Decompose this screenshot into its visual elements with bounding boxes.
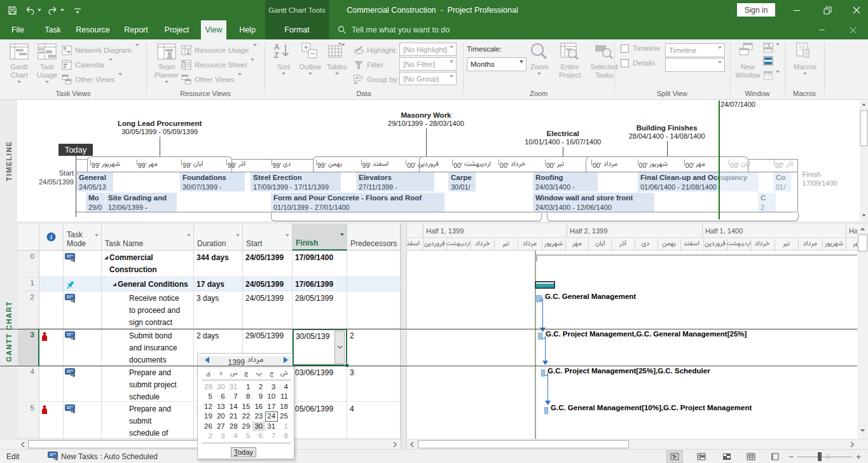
info-cell[interactable] [39,251,64,277]
calendar-day[interactable]: 18 [278,402,291,411]
calendar-day[interactable]: 6 [215,392,228,401]
task-bar[interactable] [544,407,548,415]
task-bar[interactable] [538,333,543,340]
new-tasks-indicator[interactable]: New Tasks : Auto Scheduled [61,452,158,461]
other-resource-views-button[interactable]: Other Views [181,73,242,86]
task-mode-cell[interactable] [64,251,102,277]
row-number[interactable]: 2 [18,291,39,329]
macros-button[interactable]: Macros [791,41,819,91]
timeline-view-dropdown[interactable]: Timeline [665,43,725,57]
predecessors-cell[interactable] [347,251,401,277]
row-number[interactable]: 4 [18,366,39,402]
zoom-out-button[interactable]: − [789,452,794,462]
calendar-day[interactable]: 28 [228,422,240,431]
calendar-day[interactable]: 6 [252,431,265,441]
redo-dropdown-icon[interactable] [60,9,64,11]
task-name-cell[interactable]: Prepare and submit schedule of [102,402,194,439]
calendar-day[interactable]: 31 [228,382,240,392]
split-view-icon[interactable] [763,56,773,66]
info-cell[interactable] [39,291,64,329]
task-mode-column-header[interactable]: TaskMode [64,224,102,251]
entire-project-button[interactable]: EntireProject [556,41,584,91]
calendar-day[interactable]: 13 [215,402,228,411]
finish-column-header[interactable]: Finish [293,224,347,251]
resource-usage-button[interactable]: Resource Usage [181,43,257,57]
calendar-day[interactable]: 19 [202,411,215,421]
start-column-header[interactable]: Start [243,224,293,251]
start-cell[interactable]: 24/05/1399 [243,251,293,277]
gantt-vertical-scrollbar[interactable] [857,224,868,439]
tab-report[interactable]: Report [121,20,151,39]
calendar-day[interactable]: 11 [278,392,291,401]
finish-cell[interactable]: 03/06/1399 [293,366,347,402]
calendar-button[interactable]: Calendar [62,58,113,72]
info-column-header[interactable]: i [39,224,64,251]
network-diagram-button[interactable]: Network Diagram [62,43,139,57]
calendar-day[interactable]: 5 [240,431,253,441]
info-cell[interactable] [39,329,64,366]
duration-cell[interactable]: 3 days [194,291,243,329]
calendar-day[interactable]: 31 [265,422,278,431]
doc-minimize-icon[interactable] [817,25,827,35]
task-name-cell[interactable]: Submit bond and insurance documents [102,329,194,366]
predecessors-cell[interactable]: 4 [347,402,401,439]
task-usage-button[interactable]: TaskUsage [33,41,61,91]
calendar-day[interactable]: 2 [252,382,265,392]
tab-format[interactable]: Format [271,20,323,39]
tab-view[interactable]: View [201,20,226,39]
tab-file[interactable]: File [6,20,29,39]
gantt-hscroll-right[interactable] [847,439,857,450]
task-mode-cell[interactable] [64,329,102,366]
table-hscroll-thumb[interactable] [28,440,201,448]
calendar-day[interactable]: 20 [215,411,228,421]
details-view-dropdown[interactable] [665,58,725,72]
task-name-column-header[interactable]: Task Name [102,224,194,251]
expand-triangle-icon[interactable] [104,255,109,260]
arrange-all-icon[interactable] [763,43,773,53]
undo-dropdown-icon[interactable] [38,9,41,11]
gantt-hscroll-left[interactable] [407,439,417,450]
calendar-day[interactable]: 12 [202,402,215,411]
highlight-dropdown[interactable]: [No Highlight] [399,43,457,56]
today-button[interactable]: Today [231,447,256,457]
finish-cell[interactable]: 05/06/1399 [293,402,347,439]
redo-icon[interactable] [48,6,58,15]
calendar-day[interactable]: 3 [215,431,228,441]
calendar-day[interactable]: 25 [278,411,291,421]
team-planner-button[interactable]: TeamPlanner [153,41,181,91]
calendar-day[interactable]: 2 [202,431,215,441]
report-view-button[interactable] [767,450,783,463]
row-number[interactable]: 1 [18,277,39,291]
team-planner-view-button[interactable] [719,450,735,463]
task-name-cell[interactable]: Commercial Construction [102,251,194,277]
task-mode-cell[interactable] [64,277,102,291]
tab-task[interactable]: Task [41,20,65,39]
calendar-day[interactable]: 10 [265,392,278,401]
predecessors-cell[interactable] [347,277,401,291]
duration-cell[interactable]: 344 days [194,251,243,277]
task-mode-cell[interactable] [64,402,102,439]
predecessors-column-header[interactable]: Predecessors [347,224,401,251]
info-cell[interactable] [39,277,64,291]
calendar-day[interactable]: 29 [240,422,253,431]
gantt-hscroll-thumb[interactable] [418,440,629,448]
close-button[interactable] [846,0,867,20]
calendar-day[interactable]: 1 [278,422,291,431]
finish-cell[interactable]: 28/05/1399 [293,291,347,329]
task-name-cell[interactable]: Prepare and submit project schedule [102,366,194,402]
tab-project[interactable]: Project [162,20,192,39]
table-hscroll-left[interactable] [18,439,28,450]
summary-task-bar[interactable] [535,281,555,289]
row-number[interactable]: 0 [18,251,39,277]
timeline-checkbox[interactable] [621,45,629,53]
duration-column-header[interactable]: Duration [194,224,243,251]
task-name-cell[interactable]: Receive notice to proceed and sign contr… [102,291,194,329]
calendar-day[interactable]: 1 [240,382,253,392]
calendar-day[interactable]: 4 [278,382,291,392]
predecessors-cell[interactable]: 2 [347,329,401,366]
calendar-day-today[interactable]: 24 [265,411,278,421]
calendar-day[interactable]: 7 [228,392,240,401]
zoom-slider-thumb[interactable] [818,452,822,461]
finish-cell[interactable]: 17/06/1399 [293,277,347,291]
task-mode-cell[interactable] [64,291,102,329]
